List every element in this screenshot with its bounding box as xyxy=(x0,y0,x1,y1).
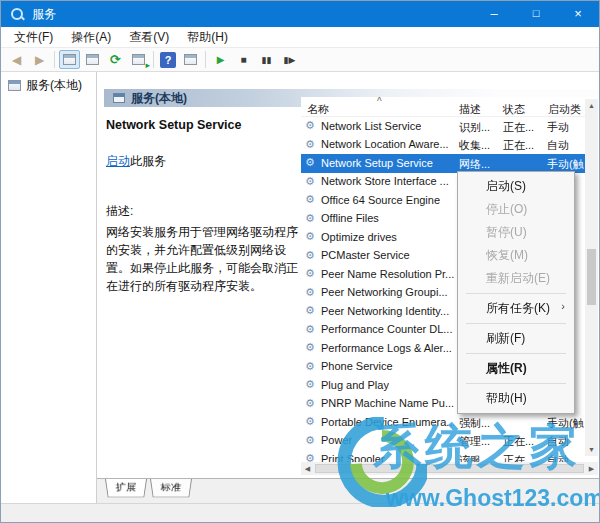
tab-extended[interactable]: 扩展 xyxy=(105,479,147,497)
column-header-status[interactable]: 状态 xyxy=(503,102,525,117)
context-menu-item-all-tasks[interactable]: 所有任务(K)› xyxy=(458,297,574,320)
description-label: 描述: xyxy=(106,203,297,220)
maximize-button[interactable]: □ xyxy=(515,1,557,27)
tree-item-services-local[interactable]: 服务(本地) xyxy=(1,72,96,98)
console-tree-panel: 服务(本地) xyxy=(1,72,97,503)
pause-service-icon[interactable]: ▮▮ xyxy=(256,50,277,69)
menu-view[interactable]: 查看(V) xyxy=(120,27,178,48)
service-row[interactable]: ⚙Network Location Aware...收集...正在...自动 xyxy=(301,136,585,155)
horizontal-scroll-thumb[interactable] xyxy=(315,464,584,473)
start-service-link[interactable]: 启动 xyxy=(106,154,130,168)
service-startup-cell: 手动 xyxy=(547,120,569,135)
context-menu-item-pause: 暂停(U) xyxy=(458,221,574,244)
service-gear-icon: ⚙ xyxy=(305,323,315,336)
context-menu-item-refresh[interactable]: 刷新(F) xyxy=(458,327,574,350)
toolbar-separator xyxy=(205,51,206,68)
context-menu-separator xyxy=(466,293,566,294)
context-menu-item-help[interactable]: 帮助(H) xyxy=(458,387,574,410)
services-pane-icon xyxy=(113,93,125,103)
column-header-description[interactable]: 描述 xyxy=(459,102,481,117)
start-service-icon[interactable]: ▶ xyxy=(210,50,231,69)
service-description-cell: 管理... xyxy=(459,434,490,449)
context-menu-item-restart: 重新启动(E) xyxy=(458,267,574,290)
service-name: Power xyxy=(321,434,352,446)
service-row[interactable]: ⚙Network List Service识别...正在...手动 xyxy=(301,117,585,136)
forward-icon[interactable]: ▶ xyxy=(29,50,50,69)
service-name: Performance Counter DL... xyxy=(321,323,452,335)
show-console-tree-icon[interactable] xyxy=(59,50,80,69)
menu-help[interactable]: 帮助(H) xyxy=(178,27,237,48)
service-startup-cell: 自动 xyxy=(547,434,569,449)
properties-window-icon[interactable] xyxy=(82,50,103,69)
column-header-startup-type[interactable]: 启动类 xyxy=(548,102,581,117)
service-gear-icon: ⚙ xyxy=(305,286,315,299)
toolbar-separator xyxy=(153,51,154,68)
service-gear-icon: ⚙ xyxy=(305,119,315,132)
service-row[interactable]: ⚙Portable Device Enumera...强制...手动(触 xyxy=(301,413,585,432)
toolbar-separator xyxy=(54,51,55,68)
scroll-down-icon[interactable]: ▼ xyxy=(585,443,598,456)
scroll-left-icon[interactable]: ◀ xyxy=(301,462,314,475)
service-name: Offline Files xyxy=(321,212,379,224)
service-name: Peer Name Resolution Pr... xyxy=(321,268,454,280)
minimize-button[interactable]: – xyxy=(473,1,515,27)
window-title: 服务 xyxy=(32,6,56,23)
service-row[interactable]: ⚙Network Setup Service网络...手动(触 xyxy=(301,154,585,173)
vertical-scrollbar[interactable]: ▲ ▼ xyxy=(585,99,598,456)
console-window-icon xyxy=(8,80,21,91)
service-name: Network List Service xyxy=(321,120,421,132)
context-menu-item-resume: 恢复(M) xyxy=(458,244,574,267)
service-gear-icon: ⚙ xyxy=(305,230,315,243)
refresh-icon[interactable]: ⟳ xyxy=(105,50,126,69)
context-menu-item-start[interactable]: 启动(S) xyxy=(458,175,574,198)
service-row[interactable]: ⚙Power管理...正在...自动 xyxy=(301,432,585,451)
context-menu-separator xyxy=(466,353,566,354)
context-menu-item-properties[interactable]: 属性(R) xyxy=(458,357,574,380)
service-name: Performance Logs & Aler... xyxy=(321,342,452,354)
help-icon[interactable]: ? xyxy=(160,52,176,68)
service-name: Network Location Aware... xyxy=(321,138,449,150)
title-bar[interactable]: 服务 – □ × xyxy=(1,1,599,27)
service-startup-cell: 手动(触 xyxy=(547,416,584,431)
extended-description-pane: Network Setup Service 启动此服务 描述: 网络安装服务用于… xyxy=(104,107,301,478)
service-gear-icon: ⚙ xyxy=(305,156,315,169)
service-gear-icon: ⚙ xyxy=(305,415,315,428)
context-menu-item-stop: 停止(O) xyxy=(458,198,574,221)
service-startup-cell: 手动(触 xyxy=(547,157,584,172)
export-list-icon[interactable]: ▸ xyxy=(128,50,149,69)
stop-service-icon[interactable]: ■ xyxy=(233,50,254,69)
window-controls: – □ × xyxy=(473,1,599,27)
horizontal-scrollbar[interactable]: ◀ ▶ xyxy=(301,462,598,475)
extended-pane-icon[interactable] xyxy=(180,50,201,69)
menu-file[interactable]: 文件(F) xyxy=(5,27,62,48)
menu-action[interactable]: 操作(A) xyxy=(62,27,120,48)
service-name: Plug and Play xyxy=(321,379,389,391)
service-name: Portable Device Enumera... xyxy=(321,416,454,428)
service-gear-icon: ⚙ xyxy=(305,434,315,447)
service-gear-icon: ⚙ xyxy=(305,249,315,262)
scroll-up-icon[interactable]: ▲ xyxy=(585,99,598,112)
scroll-right-icon[interactable]: ▶ xyxy=(585,462,598,475)
column-header-name[interactable]: 名称 xyxy=(307,102,329,117)
start-service-suffix: 此服务 xyxy=(130,154,166,168)
close-button[interactable]: × xyxy=(557,1,599,27)
service-startup-cell: 自动 xyxy=(547,138,569,153)
selected-service-title: Network Setup Service xyxy=(106,118,297,132)
service-gear-icon: ⚙ xyxy=(305,267,315,280)
tab-standard[interactable]: 标准 xyxy=(150,479,192,497)
service-gear-icon: ⚙ xyxy=(305,175,315,188)
service-description: 网络安装服务用于管理网络驱动程序的安装，并允许配置低级别网络设置。如果停止此服务… xyxy=(106,223,299,295)
service-gear-icon: ⚙ xyxy=(305,360,315,373)
restart-service-icon[interactable]: ▮▶ xyxy=(279,50,300,69)
vertical-scroll-thumb[interactable] xyxy=(587,249,596,305)
submenu-arrow-icon: › xyxy=(561,300,565,312)
service-description-cell: 识别... xyxy=(459,120,490,135)
service-name: Network Store Interface ... xyxy=(321,175,449,187)
service-gear-icon: ⚙ xyxy=(305,304,315,317)
service-status-cell: 正在... xyxy=(503,138,534,153)
services-window: 服务 – □ × 文件(F)操作(A)查看(V)帮助(H) ◀▶⟳▸?▶■▮▮▮… xyxy=(0,0,600,523)
service-gear-icon: ⚙ xyxy=(305,378,315,391)
context-menu-separator xyxy=(466,383,566,384)
back-icon[interactable]: ◀ xyxy=(6,50,27,69)
service-description-cell: 网络... xyxy=(459,157,490,172)
